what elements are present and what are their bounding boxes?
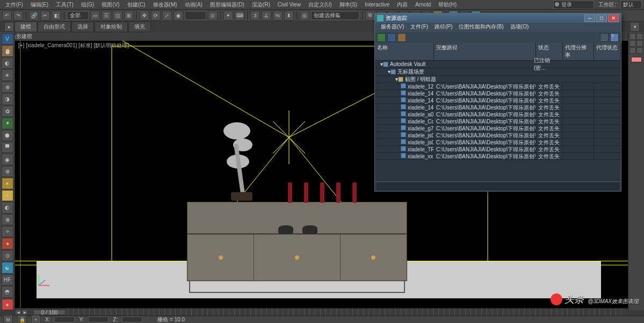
- hierarchy-tab-icon[interactable]: [629, 40, 636, 47]
- dialog-menu-bitmap[interactable]: 位图性能和内存(B): [456, 23, 506, 32]
- tab-modeling[interactable]: 建模: [15, 21, 37, 32]
- dialog-titlebar[interactable]: 资源追踪 – □ ✕: [375, 13, 621, 23]
- menu-graph[interactable]: 图形编辑器(D): [207, 1, 248, 9]
- tab-freeform[interactable]: 自由形式: [38, 21, 71, 32]
- tool-icon-20[interactable]: ◓: [2, 286, 13, 297]
- bind-button[interactable]: ◧: [52, 11, 61, 20]
- tab-objectpaint[interactable]: 对象绘制: [95, 21, 128, 32]
- file-row[interactable]: xiadele_xx.jpgC:\Users\BANJIAJIA\Desktop…: [375, 153, 621, 160]
- tool-icon-5[interactable]: ✿: [2, 106, 13, 117]
- tool-icon-10[interactable]: ⊛: [2, 166, 13, 177]
- highlight-icon[interactable]: [600, 33, 609, 42]
- dialog-menu-path[interactable]: 路径(P): [432, 23, 455, 32]
- tool-icon-16[interactable]: ✦: [2, 238, 13, 249]
- add-key-icon[interactable]: +: [31, 315, 41, 324]
- tool-icon-15[interactable]: ✧: [2, 226, 13, 237]
- tool-icon-13[interactable]: ◐: [2, 202, 13, 213]
- menu-edit[interactable]: 编辑(E): [27, 1, 52, 9]
- link-button[interactable]: 🔗: [29, 11, 39, 20]
- tab-selection[interactable]: 选择: [71, 21, 94, 32]
- mirror-button[interactable]: ⧉: [365, 11, 375, 20]
- col-proxystatus[interactable]: 代理状态: [594, 43, 621, 60]
- tool-icon-8[interactable]: ▀: [2, 142, 13, 153]
- workspace-dropdown[interactable]: 默认: [620, 1, 642, 9]
- tool-icon-1[interactable]: ◐: [2, 57, 13, 69]
- col-name[interactable]: 名称: [375, 43, 434, 60]
- timeline-prev-icon[interactable]: ◂: [15, 310, 21, 315]
- coord-y-field[interactable]: [88, 317, 108, 322]
- placement-button[interactable]: ◉: [173, 11, 183, 20]
- menu-script[interactable]: 脚本(S): [336, 1, 360, 9]
- angle-snap-button[interactable]: ∠: [262, 11, 271, 20]
- tool-icon-14[interactable]: ⊗: [2, 214, 13, 225]
- file-row[interactable]: xiadele_js00...C:\Users\BANJIAJIA\Deskto…: [375, 132, 621, 139]
- teapot-icon[interactable]: 🍵: [2, 45, 13, 56]
- col-proxyres[interactable]: 代理分辨率: [563, 43, 594, 60]
- tool-icon-4[interactable]: ◑: [2, 93, 13, 105]
- tool-icon-18[interactable]: ☯: [2, 262, 13, 273]
- tool-icon-2[interactable]: ☀: [2, 69, 13, 80]
- named-selection-dropdown[interactable]: 创建选择集: [311, 11, 359, 20]
- menu-create[interactable]: 创建(C): [124, 1, 149, 9]
- utilities-tab-icon[interactable]: [636, 47, 643, 54]
- dialog-menu-server[interactable]: 服务器(V): [378, 23, 407, 32]
- menu-civilview[interactable]: Civil View: [274, 2, 304, 8]
- keyboard-button[interactable]: ⌨: [235, 11, 244, 20]
- menu-arnold[interactable]: Arnold: [412, 2, 434, 8]
- file-row[interactable]: xiadele_Conc...C:\Users\BANJIAJIA\Deskto…: [375, 118, 621, 125]
- close-button[interactable]: ✕: [608, 14, 619, 22]
- percent-snap-button[interactable]: %: [273, 11, 283, 20]
- tool-icon-3[interactable]: ⊕: [2, 82, 13, 93]
- time-ruler[interactable]: [68, 309, 626, 315]
- menu-custom[interactable]: 自定义(U): [305, 1, 335, 9]
- menu-interactive[interactable]: Interactive: [361, 2, 393, 8]
- manipulate-button[interactable]: ✦: [223, 11, 233, 20]
- vray-icon[interactable]: V: [2, 33, 13, 45]
- file-row[interactable]: xiadele_14_F...C:\Users\BANJIAJIA\Deskto…: [375, 104, 621, 111]
- col-path[interactable]: 完整路径: [434, 43, 536, 60]
- dialog-menu-options[interactable]: 选项(O): [508, 23, 531, 32]
- tree-view-icon[interactable]: [387, 33, 396, 42]
- motion-tab-icon[interactable]: [636, 40, 643, 47]
- object-color-swatch[interactable]: [631, 57, 642, 62]
- login-field[interactable]: 登录: [553, 1, 594, 9]
- menu-help[interactable]: 帮助(H): [435, 1, 460, 9]
- table-view-icon[interactable]: [397, 33, 406, 42]
- spinner-snap-button[interactable]: ⬍: [284, 11, 294, 20]
- snap-button[interactable]: 3: [250, 11, 260, 20]
- tool-icon-19[interactable]: HF: [2, 274, 13, 285]
- move-button[interactable]: ✥: [140, 11, 149, 20]
- viewport-label[interactable]: [+] [xiadele_Camera001] [标准] [默认明暗处理]: [18, 42, 129, 49]
- modify-tab-icon[interactable]: [636, 33, 643, 40]
- file-row[interactable]: xiadele_TR_1...C:\Users\BANJIAJIA\Deskto…: [375, 146, 621, 153]
- lock-icon[interactable]: 🔒: [17, 315, 27, 324]
- undo-button[interactable]: ↶: [2, 11, 12, 20]
- scale-button[interactable]: ⤢: [162, 11, 172, 20]
- tool-icon-17[interactable]: ⊙: [2, 250, 13, 261]
- select-button[interactable]: ▭: [90, 11, 100, 20]
- selection-filter-dropdown[interactable]: 全部: [67, 11, 89, 20]
- file-row[interactable]: xiadele_a02a...C:\Users\BANJIAJIA\Deskto…: [375, 111, 621, 118]
- display-tab-icon[interactable]: [629, 47, 636, 54]
- ribbon-min-icon[interactable]: ▾: [630, 22, 640, 32]
- file-row[interactable]: xiadele_g7.jpgC:\Users\BANJIAJIA\Desktop…: [375, 125, 621, 132]
- refcoord-dropdown[interactable]: [185, 11, 206, 20]
- menu-view[interactable]: 视图(V): [98, 1, 122, 9]
- dialog-menu-file[interactable]: 文件(F): [408, 23, 431, 32]
- select-region-button[interactable]: ◫: [113, 11, 122, 20]
- pivot-button[interactable]: ⊙: [208, 11, 218, 20]
- ribbon-toggle-icon[interactable]: ▸: [4, 22, 14, 32]
- menu-modifier[interactable]: 修改器(M): [150, 1, 180, 9]
- menu-animation[interactable]: 动画(A): [182, 1, 206, 9]
- create-tab-icon[interactable]: [629, 33, 636, 40]
- maxscript-icon[interactable]: M: [3, 315, 13, 324]
- editnamed-button[interactable]: ◎: [300, 11, 309, 20]
- script-listener-icon[interactable]: ●: [2, 299, 13, 310]
- menu-content[interactable]: 内容: [394, 1, 411, 9]
- menu-file[interactable]: 文件(F): [2, 1, 26, 9]
- redo-button[interactable]: ↷: [13, 11, 23, 20]
- refresh-icon[interactable]: [377, 33, 386, 42]
- unlink-button[interactable]: ✂: [40, 11, 50, 20]
- menu-tools[interactable]: 工具(T): [53, 1, 77, 9]
- maximize-button[interactable]: □: [596, 14, 607, 22]
